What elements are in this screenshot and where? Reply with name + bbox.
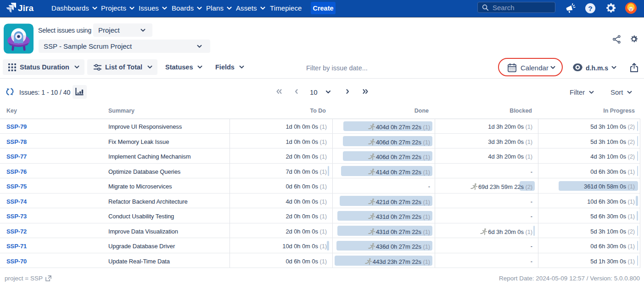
- svg-text:?: ?: [588, 5, 592, 12]
